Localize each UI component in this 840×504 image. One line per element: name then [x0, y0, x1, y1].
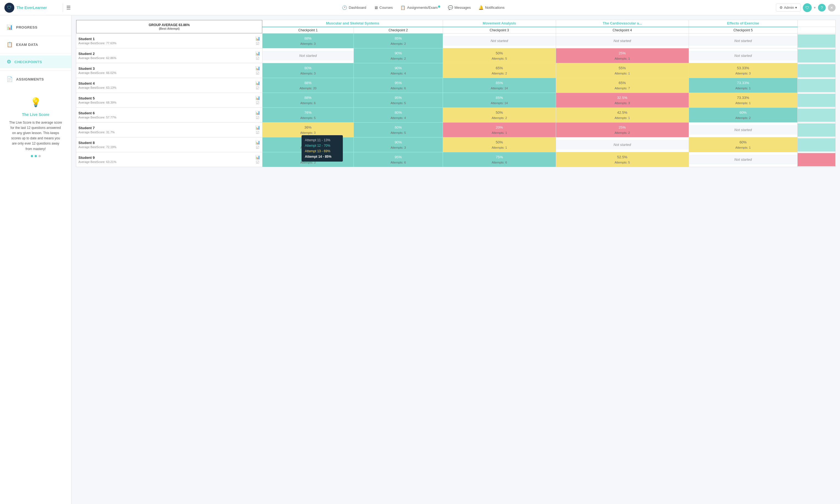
- score-cell-s5-c5[interactable]: 73.33% Attempts: 1: [689, 93, 798, 108]
- score-cell-s6-c3[interactable]: 50% Attempts: 2: [443, 108, 556, 123]
- sidebar-item-exam-data[interactable]: 📋 EXAM DATA: [0, 38, 71, 51]
- sidebar-divider-3: [0, 70, 71, 71]
- student-name-cell-4: Student 4 Average BestScore: 63.13% 📊 ☑: [76, 78, 262, 93]
- nav-notifications[interactable]: 🔔 Notifications: [475, 4, 508, 12]
- score-cell-s5-c3[interactable]: 85% Attempts: 14: [443, 93, 556, 108]
- nav-messages[interactable]: 💬 Messages: [445, 4, 474, 12]
- score-cell-s4-c4[interactable]: 65% Attempts: 7: [556, 78, 689, 93]
- score-cell-s5-c4[interactable]: 32.5% Attempts: 3: [556, 93, 689, 108]
- close-button[interactable]: ✕: [828, 4, 836, 12]
- check-icon-5[interactable]: ☑: [256, 101, 259, 105]
- student-name-cell-7: Student 7 Average BestScore: 31.7% 📊 ☑: [76, 123, 262, 138]
- nav-courses[interactable]: 🖥 Courses: [371, 4, 396, 12]
- score-att-s4-c5: Attempts: 1: [735, 86, 751, 91]
- score-cell-s8-c5[interactable]: 60% Attempts: 1: [689, 138, 798, 152]
- score-cell-s1-c1[interactable]: 88% Attempts: 3: [262, 34, 354, 48]
- score-cell-s2-c3[interactable]: 50% Attempts: 5: [443, 48, 556, 63]
- check-icon-6[interactable]: ☑: [256, 115, 259, 120]
- student-row: Student 4 Average BestScore: 63.13% 📊 ☑ …: [76, 78, 836, 93]
- score-cell-s3-c1[interactable]: 80% Attempts: 3: [262, 63, 354, 78]
- chart-icon-7[interactable]: 📊: [255, 125, 260, 130]
- score-cell-s9-c5[interactable]: Not started: [689, 152, 798, 167]
- checkpoint-extra-header: [798, 27, 835, 34]
- hamburger-icon[interactable]: ☰: [66, 5, 71, 11]
- nav-dashboard[interactable]: 🕐 Dashboard: [339, 4, 370, 12]
- score-cell-s8-c6[interactable]: [798, 138, 835, 152]
- score-cell-s2-c2[interactable]: 90% Attempts: 2: [354, 48, 443, 63]
- help-button[interactable]: ?: [818, 4, 826, 12]
- student-avg-9: Average BestScore: 63.21%: [79, 160, 116, 163]
- score-cell-s7-c5[interactable]: Not started: [689, 123, 798, 138]
- score-cell-s4-c1[interactable]: 88% Attempts: 20: [262, 78, 354, 93]
- student-avg-3: Average BestScore: 66.02%: [79, 71, 116, 74]
- score-cell-s2-c4[interactable]: 25% Attempts: 1: [556, 48, 689, 63]
- score-cell-s6-c6[interactable]: [798, 108, 835, 123]
- score-cell-s5-c1[interactable]: 88% Attempts: 6: [262, 93, 354, 108]
- sidebar-item-progress[interactable]: 📊 PROGRESS: [0, 21, 71, 34]
- chart-icon-8[interactable]: 📊: [255, 140, 260, 145]
- score-cell-s1-c2[interactable]: 85% Attempts: 2: [354, 34, 443, 48]
- score-cell-s4-c3[interactable]: 85% Attempts: 14: [443, 78, 556, 93]
- avatar-dropdown-icon[interactable]: ▾: [814, 5, 816, 10]
- score-cell-s3-c3[interactable]: 65% Attempts: 2: [443, 63, 556, 78]
- chart-icon-5[interactable]: 📊: [255, 96, 260, 100]
- chart-icon-3[interactable]: 📊: [255, 66, 260, 70]
- score-cell-s7-c4[interactable]: 25% Attempts: 2: [556, 123, 689, 138]
- section-effects: Effects of Exercise: [689, 20, 798, 27]
- score-cell-s6-c4[interactable]: 42.5% Attempts: 1: [556, 108, 689, 123]
- score-cell-s6-c5[interactable]: 60% Attempts: 2: [689, 108, 798, 123]
- score-cell-s7-c3[interactable]: 20% Attempts: 1: [443, 123, 556, 138]
- check-icon-7[interactable]: ☑: [256, 130, 259, 134]
- score-cell-s5-c2[interactable]: 95% Attempts: 5: [354, 93, 443, 108]
- score-cell-s9-c4[interactable]: 52.5% Attempts: 5: [556, 152, 689, 167]
- chart-icon-9[interactable]: 📊: [255, 155, 260, 159]
- check-icon-4[interactable]: ☑: [256, 86, 259, 90]
- nav-assignments[interactable]: 📋 Assignments/Exam: [397, 4, 443, 12]
- cp2-label: Checkpoint 2: [389, 28, 408, 32]
- score-cell-s1-c5[interactable]: Not started: [689, 34, 798, 48]
- score-cell-s4-c5[interactable]: 73.33% Attempts: 1: [689, 78, 798, 93]
- score-cell-s3-c5[interactable]: 53.33% Attempts: 3: [689, 63, 798, 78]
- sidebar-item-checkpoints[interactable]: ⚙ CHECKPOINTS: [0, 55, 71, 68]
- score-cell-s9-c3[interactable]: 75% Attempts: 6: [443, 152, 556, 167]
- chart-icon-1[interactable]: 📊: [255, 36, 260, 41]
- score-cell-s8-c3[interactable]: 50% Attempts: 1: [443, 138, 556, 152]
- table-wrapper: GROUP AVERAGE 63.86% (Best Attempt) Musc…: [76, 20, 836, 167]
- score-cell-s6-c2[interactable]: 80% Attempts: 4: [354, 108, 443, 123]
- score-cell-s2-c1[interactable]: Not started: [262, 48, 354, 63]
- score-cell-s4-c2[interactable]: 95% Attempts: 6: [354, 78, 443, 93]
- check-icon-3[interactable]: ☑: [256, 71, 259, 75]
- chart-icon-2[interactable]: 📊: [255, 51, 260, 55]
- score-cell-s7-c6[interactable]: [798, 123, 835, 138]
- score-cell-s9-c2[interactable]: 95% Attempts: 6: [354, 152, 443, 167]
- user-avatar[interactable]: 🛡: [803, 3, 812, 12]
- score-cell-s8-c2[interactable]: 90% Attempts: 3: [354, 138, 443, 152]
- sidebar-item-assignments[interactable]: 📄 ASSIGNMENTS: [0, 73, 71, 86]
- admin-button[interactable]: ⚙ Admin ▾: [776, 4, 801, 12]
- check-icon-8[interactable]: ☑: [256, 145, 259, 149]
- chart-icon-4[interactable]: 📊: [255, 81, 260, 85]
- score-cell-s2-c6[interactable]: [798, 48, 835, 63]
- checkpoint-1-header: Checkpoint 1: [262, 27, 354, 34]
- score-val-s4-c5: 73.33%: [737, 80, 749, 86]
- check-icon-1[interactable]: ☑: [256, 41, 259, 46]
- score-cell-s1-c4[interactable]: Not started: [556, 34, 689, 48]
- score-cell-s2-c5[interactable]: Not started: [689, 48, 798, 63]
- score-cell-s3-c6[interactable]: [798, 63, 835, 78]
- chart-icon-6[interactable]: 📊: [255, 110, 260, 115]
- score-cell-s1-c6[interactable]: [798, 34, 835, 48]
- section-movement-label: Movement Analysis: [483, 21, 516, 25]
- score-cell-s4-c6[interactable]: [798, 78, 835, 93]
- score-cell-s3-c4[interactable]: 55% Attempts: 1: [556, 63, 689, 78]
- score-cell-s1-c3[interactable]: Not started: [443, 34, 556, 48]
- nav-dashboard-label: Dashboard: [348, 5, 366, 10]
- score-cell-s6-c1[interactable]: 76% Attempts: 5: [262, 108, 354, 123]
- score-cell-s5-c6[interactable]: [798, 93, 835, 108]
- check-icon-9[interactable]: ☑: [256, 160, 259, 164]
- score-cell-s8-c4[interactable]: Not started: [556, 138, 689, 152]
- check-icon-2[interactable]: ☑: [256, 56, 259, 60]
- score-cell-s7-c2[interactable]: 60% Attempts: 5: [354, 123, 443, 138]
- score-cell-s9-c6[interactable]: [798, 152, 835, 167]
- student-name-1: Student 1: [79, 37, 116, 41]
- score-cell-s3-c2[interactable]: 90% Attempts: 4: [354, 63, 443, 78]
